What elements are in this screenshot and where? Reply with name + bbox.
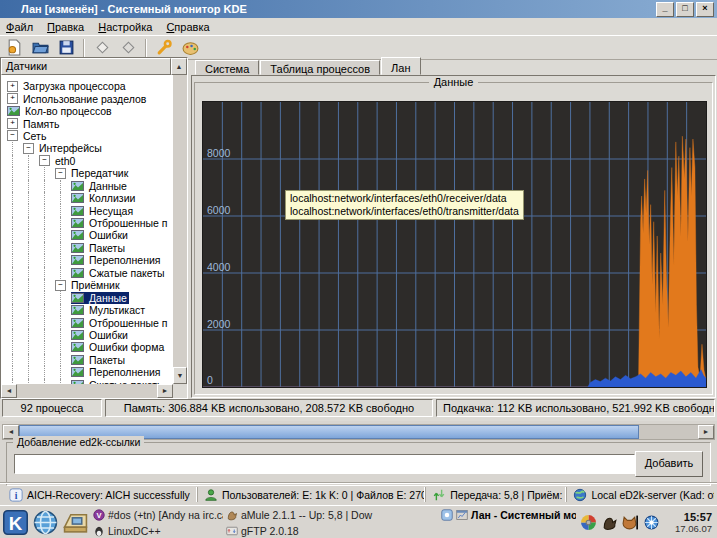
tree-expander[interactable]: +	[7, 118, 18, 129]
tree-guide	[39, 229, 55, 241]
palette-button[interactable]	[178, 37, 202, 58]
tree-guide	[23, 341, 39, 353]
tree-guide	[7, 267, 23, 279]
main-area: Датчики ▲ +Загрузка процессора+Использов…	[0, 57, 717, 399]
tree-guide	[55, 366, 71, 378]
chart-leaf-icon	[71, 355, 84, 365]
tree-item-sensor[interactable]: Ошибки	[1, 329, 173, 341]
desktop-icon	[63, 510, 88, 535]
tree-item-sensor[interactable]: Ошибки форма	[1, 341, 173, 353]
tree-item-branch[interactable]: +Загрузка процессора	[1, 80, 173, 92]
new-worksheet-button[interactable]	[2, 37, 26, 58]
chart-title: Данные	[429, 76, 479, 88]
tree-item-branch[interactable]: −Передатчик	[1, 167, 173, 179]
tree-item-sensor[interactable]: Пакеты	[1, 242, 173, 254]
tree-item-sensor[interactable]: Данные	[1, 291, 173, 303]
tree-item-branch[interactable]: −Интерфейсы	[1, 142, 173, 154]
task-label: aMule 2.1.1 -- Up: 5,8 | Dow	[241, 509, 372, 521]
vertical-scrollbar[interactable]: ▼	[173, 75, 187, 384]
tab-система[interactable]: Система	[195, 60, 259, 75]
taskbar-task[interactable]: V#dos (+tn) [Andy на irc.ca	[90, 507, 223, 523]
chart-leaf-icon	[71, 230, 84, 240]
tree-guide	[39, 242, 55, 254]
tree-guide	[7, 204, 23, 216]
tree-item-sensor[interactable]: Отброшенные п	[1, 316, 173, 328]
tree-item-branch[interactable]: −Приёмник	[1, 279, 173, 291]
tree-expander[interactable]: −	[7, 130, 18, 141]
tree-item-sensor[interactable]: Отброшенные п	[1, 217, 173, 229]
tree-guide	[7, 155, 23, 167]
menu-настройка[interactable]: Настройка	[98, 21, 152, 33]
mule-tray-icon[interactable]	[601, 514, 618, 531]
new-tab-button[interactable]	[90, 37, 114, 58]
tree-item-label: Коллизии	[87, 192, 137, 204]
tree-item-sensor[interactable]: Данные	[1, 180, 173, 192]
tree-item-sensor[interactable]: Коллизии	[1, 192, 173, 204]
tree-item-sensor[interactable]: Пакеты	[1, 354, 173, 366]
delete-tab-button[interactable]	[116, 37, 140, 58]
tree-guide	[39, 366, 55, 378]
tab-лан[interactable]: Лан	[381, 57, 420, 75]
taskbar-task[interactable]: gFTP 2.0.18	[223, 523, 438, 538]
tree-item-sensor[interactable]: Ошибки	[1, 229, 173, 241]
tree-guide	[7, 354, 23, 366]
desktop-launcher[interactable]	[60, 508, 90, 538]
add-link-button[interactable]: Добавить	[635, 451, 703, 477]
tree-item-sensor[interactable]: Переполнения	[1, 366, 173, 378]
chart-leaf-icon	[71, 206, 84, 216]
tree-item-label: Передатчик	[69, 167, 130, 179]
taskbar-task[interactable]: LinuxDC++	[90, 523, 223, 538]
menu-правка[interactable]: Правка	[47, 21, 84, 33]
tree-guide	[7, 329, 23, 341]
close-button[interactable]: ×	[696, 2, 714, 17]
menu-справка[interactable]: Справка	[166, 21, 209, 33]
save-button[interactable]	[54, 37, 78, 58]
tree-item-sensor[interactable]: Кол-во процессов	[1, 105, 173, 117]
tooltip-line-receiver: localhost:network/interfaces/eth0/receiv…	[290, 192, 519, 205]
tree-expander[interactable]: −	[39, 155, 50, 166]
web-globe-launcher[interactable]	[30, 508, 60, 538]
scroll-down-button[interactable]: ▼	[173, 367, 187, 384]
tree-item-sensor[interactable]: Несущая	[1, 204, 173, 216]
amule-icon	[226, 509, 238, 521]
tree-guide	[7, 142, 23, 154]
minimize-button[interactable]: _	[656, 2, 674, 17]
tree-item-branch[interactable]: −Сеть	[1, 130, 173, 142]
tree-item-branch[interactable]: +Использование разделов	[1, 92, 173, 104]
tree-item-label: Переполнения	[87, 254, 162, 266]
ed2k-link-input[interactable]	[14, 454, 635, 474]
taskbar-task[interactable]: Лан - Системный мо	[438, 507, 576, 523]
tree-expander[interactable]: −	[55, 168, 66, 179]
svg-text:i: i	[15, 489, 18, 500]
tab-таблица-процессов[interactable]: Таблица процессов	[260, 60, 380, 75]
menu-файл[interactable]: Файл	[6, 21, 33, 33]
amule-scroll-right-button[interactable]: ►	[698, 425, 714, 439]
tree-expander[interactable]: −	[55, 280, 66, 291]
globe-tray-icon[interactable]	[643, 514, 660, 531]
sensor-header[interactable]: Датчики	[1, 58, 171, 75]
tree-guide	[23, 204, 39, 216]
taskbar-task[interactable]: aMule 2.1.1 -- Up: 5,8 | Dow	[223, 507, 438, 523]
tree-item-branch[interactable]: +Память	[1, 117, 173, 129]
tree-expander[interactable]: −	[23, 143, 34, 154]
tree-item-branch[interactable]: −eth0	[1, 155, 173, 167]
amule-status-info: iAICH-Recovery: AICH successfully	[3, 487, 197, 502]
svg-text:V: V	[96, 511, 101, 520]
scroll-up-button[interactable]: ▲	[171, 58, 187, 75]
tree-item-sensor[interactable]: Переполнения	[1, 254, 173, 266]
wrench-button[interactable]	[152, 37, 176, 58]
open-button[interactable]	[28, 37, 52, 58]
tree-expander[interactable]: +	[7, 81, 18, 92]
titlebar[interactable]: Лан [изменён] - Системный монитор KDE _ …	[0, 0, 717, 18]
gear-tray-icon[interactable]	[580, 514, 597, 531]
tree-expander[interactable]: +	[7, 93, 18, 104]
maximize-button[interactable]: □	[676, 2, 694, 17]
tree-item-sensor[interactable]: Мультикаст	[1, 304, 173, 316]
task-label: gFTP 2.0.18	[241, 525, 299, 537]
tree-guide	[23, 267, 39, 279]
fox-tray-icon[interactable]	[622, 514, 639, 531]
kmenu-launcher[interactable]: K	[0, 508, 30, 538]
taskbar-clock[interactable]: 15:57 17.06.07	[675, 511, 717, 535]
tree-item-sensor[interactable]: Сжатые пакеты	[1, 267, 173, 279]
sensor-browser: Датчики ▲ +Загрузка процессора+Использов…	[0, 57, 188, 399]
